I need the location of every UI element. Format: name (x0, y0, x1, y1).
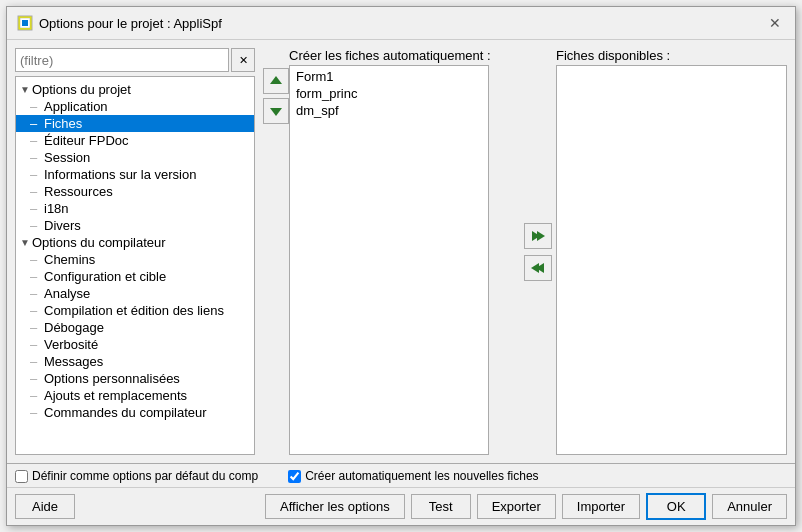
list-item[interactable]: Form1 (292, 68, 486, 85)
tree-item-messages[interactable]: Messages (16, 353, 254, 370)
filter-input[interactable] (15, 48, 229, 72)
move-right-button[interactable] (524, 223, 552, 249)
tree-group-compiler-options: ▼ Options du compilateur Chemins Configu… (16, 234, 254, 421)
dialog: Options pour le projet : AppliSpf ✕ ✕ ▼ … (6, 6, 796, 526)
window-title: Options pour le projet : AppliSpf (39, 16, 222, 31)
default-options-checkbox[interactable] (15, 470, 28, 483)
available-list (556, 65, 787, 455)
tree-item-chemins[interactable]: Chemins (16, 251, 254, 268)
cancel-button[interactable]: Annuler (712, 494, 787, 519)
tree-item-options-perso[interactable]: Options personnalisées (16, 370, 254, 387)
auto-create-list: Form1 form_princ dm_spf (289, 65, 489, 455)
tree-item-analyse[interactable]: Analyse (16, 285, 254, 302)
ok-button[interactable]: OK (646, 493, 706, 520)
arrow-right-icon (530, 229, 546, 243)
title-bar-left: Options pour le projet : AppliSpf (17, 15, 222, 31)
center-section: Créer les fiches automatiquement : Form1… (263, 48, 787, 455)
updown-buttons (263, 48, 289, 455)
auto-create-check[interactable]: Créer automatiquement les nouvelles fich… (288, 469, 538, 483)
tree-item-i18n[interactable]: i18n (16, 200, 254, 217)
up-arrow-icon (269, 74, 283, 88)
auto-create-checkbox[interactable] (288, 470, 301, 483)
move-up-button[interactable] (263, 68, 289, 94)
down-arrow-icon (269, 104, 283, 118)
expand-arrow-compiler: ▼ (20, 237, 30, 248)
export-button[interactable]: Exporter (477, 494, 556, 519)
auto-create-label: Créer les fiches automatiquement : (289, 48, 520, 63)
tree-item-divers[interactable]: Divers (16, 217, 254, 234)
svg-marker-4 (270, 108, 282, 116)
title-bar: Options pour le projet : AppliSpf ✕ (7, 7, 795, 40)
svg-marker-3 (270, 76, 282, 84)
bottom-checks: Définir comme options par défaut du comp… (7, 463, 795, 487)
tree-group-text-project: Options du projet (32, 82, 131, 97)
tree-item-debogage[interactable]: Débogage (16, 319, 254, 336)
tree-item-compilation[interactable]: Compilation et édition des liens (16, 302, 254, 319)
tree-group-label-compiler-options[interactable]: ▼ Options du compilateur (16, 234, 254, 251)
tree-item-session[interactable]: Session (16, 149, 254, 166)
transfer-buttons (520, 48, 556, 455)
move-left-button[interactable] (524, 255, 552, 281)
tree-item-fiches[interactable]: Fiches (16, 115, 254, 132)
expand-arrow-project: ▼ (20, 84, 30, 95)
tree-item-config[interactable]: Configuration et cible (16, 268, 254, 285)
list-item[interactable]: form_princ (292, 85, 486, 102)
footer: Aide Afficher les options Test Exporter … (7, 487, 795, 525)
tree-item-verbosite[interactable]: Verbosité (16, 336, 254, 353)
arrow-left-icon (530, 261, 546, 275)
available-section: Fiches disponibles : (556, 48, 787, 455)
left-panel: ✕ ▼ Options du projet Application Fiches… (15, 48, 255, 455)
tree-item-ajouts[interactable]: Ajouts et remplacements (16, 387, 254, 404)
tree-item-application[interactable]: Application (16, 98, 254, 115)
default-options-label: Définir comme options par défaut du comp (32, 469, 258, 483)
aide-button[interactable]: Aide (15, 494, 75, 519)
list-item[interactable]: dm_spf (292, 102, 486, 119)
filter-row: ✕ (15, 48, 255, 72)
svg-marker-8 (531, 263, 539, 273)
auto-create-section: Créer les fiches automatiquement : Form1… (289, 48, 520, 455)
import-button[interactable]: Importer (562, 494, 640, 519)
tree-group-text-compiler: Options du compilateur (32, 235, 166, 250)
close-button[interactable]: ✕ (765, 13, 785, 33)
tree-panel: ▼ Options du projet Application Fiches É… (15, 76, 255, 455)
dialog-body: ✕ ▼ Options du projet Application Fiches… (7, 40, 795, 463)
tree-group-project-options: ▼ Options du projet Application Fiches É… (16, 81, 254, 234)
svg-rect-2 (22, 20, 28, 26)
auto-create-check-label: Créer automatiquement les nouvelles fich… (305, 469, 538, 483)
show-options-button[interactable]: Afficher les options (265, 494, 405, 519)
window-icon (17, 15, 33, 31)
tree-item-ressources[interactable]: Ressources (16, 183, 254, 200)
available-label: Fiches disponibles : (556, 48, 787, 63)
tree-item-informations[interactable]: Informations sur la version (16, 166, 254, 183)
tree-item-editeur[interactable]: Éditeur FPDoc (16, 132, 254, 149)
filter-clear-button[interactable]: ✕ (231, 48, 255, 72)
test-button[interactable]: Test (411, 494, 471, 519)
svg-marker-6 (537, 231, 545, 241)
tree-item-commandes[interactable]: Commandes du compilateur (16, 404, 254, 421)
move-down-button[interactable] (263, 98, 289, 124)
tree-group-label-project-options[interactable]: ▼ Options du projet (16, 81, 254, 98)
default-options-check[interactable]: Définir comme options par défaut du comp (15, 469, 258, 483)
